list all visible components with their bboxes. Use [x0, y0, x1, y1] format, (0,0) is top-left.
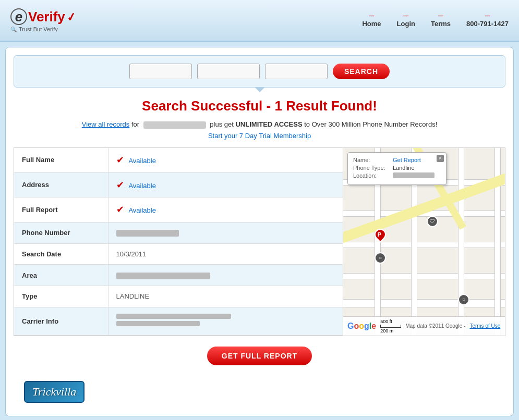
google-logo: Google	[347, 322, 376, 331]
table-label-date: Search Date	[14, 243, 108, 265]
blurred-carrier-2	[116, 321, 200, 326]
map-simulation: 🛡 ○ ○ × Name: Get Report Phone Type: Lan…	[343, 148, 505, 336]
header: e Verify ✓ Trust But Verify Home Login T…	[0, 0, 519, 42]
search-button[interactable]: SEARCH	[333, 64, 390, 79]
road-h3	[343, 242, 505, 248]
map-popup: × Name: Get Report Phone Type: Landline …	[347, 152, 446, 185]
logo-e-icon: e	[10, 8, 27, 25]
result-records-text: to Over 300 Million Phone Number Records…	[304, 120, 437, 128]
road-h5	[343, 299, 505, 307]
table-row: Type LANDLINE	[14, 286, 343, 307]
scale-m-text: 200 m	[380, 328, 401, 333]
popup-name-value[interactable]: Get Report	[393, 157, 421, 163]
table-row: Search Date 10/3/2011	[14, 243, 343, 265]
result-plus-text: plus get	[210, 120, 235, 128]
map-badge-circle-2: ○	[458, 294, 469, 305]
popup-phonetype-row: Phone Type: Landline	[353, 165, 441, 171]
table-value-area	[108, 265, 343, 286]
blurred-name	[143, 121, 206, 129]
table-label-phone: Phone Number	[14, 222, 108, 243]
available-link-report[interactable]: Available	[128, 206, 156, 214]
map-footer: Google 500 ft 200 m Map data ©2011 Googl…	[343, 316, 505, 336]
nav-login[interactable]: Login	[397, 13, 415, 28]
marker-pin-icon	[372, 226, 388, 242]
map-marker	[375, 229, 386, 240]
blurred-phone	[116, 230, 179, 237]
logo-area: e Verify ✓ Trust But Verify	[10, 8, 76, 32]
table-value-address: ✔ Available	[108, 172, 343, 197]
checkmark-icon: ✔	[116, 180, 124, 190]
view-all-records-link[interactable]: View all records	[82, 120, 130, 128]
blurred-area	[116, 273, 210, 279]
nav-terms[interactable]: Terms	[431, 13, 451, 28]
popup-phonetype-value: Landline	[393, 165, 415, 171]
table-label-carrier: Carrier Info	[14, 307, 108, 335]
btn-area: GET FULL REPORT	[14, 336, 505, 376]
table-value-report: ✔ Available	[108, 197, 343, 223]
blurred-carrier-1	[116, 314, 231, 319]
checkmark-icon: ✔	[116, 155, 124, 165]
table-value-type: LANDLINE	[108, 286, 343, 307]
logo-verify-red: Verify	[28, 9, 65, 24]
content-area: Full Name ✔ Available Address ✔ Availabl…	[14, 147, 505, 336]
table-row: Full Name ✔ Available	[14, 148, 343, 172]
road-h4	[343, 273, 505, 279]
search-input-2[interactable]	[197, 64, 260, 79]
nav-home[interactable]: Home	[362, 13, 381, 28]
table-label-address: Address	[14, 172, 108, 197]
scale-bar: 500 ft 200 m	[380, 319, 401, 333]
table-row: Carrier Info	[14, 307, 343, 335]
scale-line	[380, 325, 401, 328]
search-bar-area: SEARCH	[14, 55, 505, 88]
logo-checkmark-icon: ✓	[66, 10, 77, 25]
table-label-type: Type	[14, 286, 108, 307]
popup-phonetype-label: Phone Type:	[353, 165, 390, 171]
logo: e Verify ✓	[10, 8, 76, 25]
popup-location-blurred	[393, 172, 434, 178]
available-link-fullname[interactable]: Available	[128, 157, 156, 165]
map-badge-circle-1: ○	[375, 252, 386, 264]
table-value-date: 10/3/2011	[108, 243, 343, 265]
popup-location-row: Location:	[353, 172, 441, 179]
tagline-text: Trust But Verify	[19, 26, 58, 32]
map-badge-shield-1: 🛡	[427, 216, 438, 227]
search-input-1[interactable]	[129, 64, 192, 79]
get-full-report-button[interactable]: GET FULL REPORT	[207, 347, 312, 365]
road-v3	[458, 148, 464, 336]
table-label-area: Area	[14, 265, 108, 286]
table-value-carrier	[108, 307, 343, 335]
table-row: Address ✔ Available	[14, 172, 343, 197]
table-row: Phone Number	[14, 222, 343, 243]
result-heading: Search Successful - 1 Result Found!	[14, 98, 505, 114]
result-sub: View all records for plus get UNLIMITED …	[14, 120, 505, 129]
checkmark-icon: ✔	[116, 204, 124, 215]
available-link-address[interactable]: Available	[128, 182, 156, 190]
popup-name-label: Name:	[353, 157, 390, 163]
trial-text: Start your 7 Day Trial Membership	[14, 132, 505, 140]
map-data-text: Map data ©2011 Google -	[405, 323, 465, 329]
logo-name: Verify ✓	[28, 9, 76, 25]
table-row: Full Report ✔ Available	[14, 197, 343, 223]
search-input-3[interactable]	[265, 64, 328, 79]
table-value-phone	[108, 222, 343, 243]
map-area: 🛡 ○ ○ × Name: Get Report Phone Type: Lan…	[343, 148, 505, 336]
table-label-report: Full Report	[14, 197, 108, 223]
unlimited-access-text: UNLIMITED ACCESS	[235, 120, 302, 128]
main-container: SEARCH Search Successful - 1 Result Foun…	[5, 47, 514, 416]
footer-area: Trickvilla	[14, 376, 505, 408]
popup-name-row: Name: Get Report	[353, 157, 441, 163]
table-row: Area	[14, 265, 343, 286]
popup-location-label: Location:	[353, 172, 390, 179]
logo-tagline: Trust But Verify	[10, 26, 76, 32]
map-popup-close-button[interactable]: ×	[437, 155, 444, 162]
table-value-fullname: ✔ Available	[108, 148, 343, 172]
nav-links: Home Login Terms 800-791-1427	[362, 13, 509, 28]
table-label-fullname: Full Name	[14, 148, 108, 172]
nav-phone[interactable]: 800-791-1427	[466, 13, 509, 28]
map-terms-link[interactable]: Terms of Use	[469, 323, 500, 329]
result-for-text: for	[131, 120, 141, 128]
scale-ft-text: 500 ft	[380, 319, 401, 324]
trickvilla-logo: Trickvilla	[24, 381, 85, 403]
data-table: Full Name ✔ Available Address ✔ Availabl…	[14, 148, 343, 336]
